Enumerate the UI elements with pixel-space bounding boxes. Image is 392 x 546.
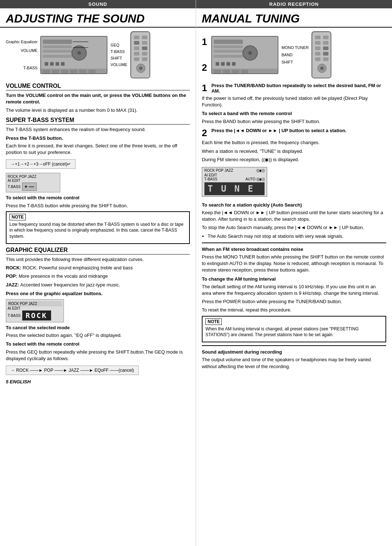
stereo-unit-svg <box>40 36 107 74</box>
am-note-box: NOTE When the AM tuning interval is chan… <box>202 316 386 343</box>
step2-header: 2 Press the |◄◄ DOWN or ►► | UP button t… <box>202 128 386 138</box>
tbass-note-label: NOTE <box>9 214 26 220</box>
svg-rect-3 <box>43 50 72 53</box>
volume-label: VOLUME <box>6 48 37 53</box>
eq-pop: POP: More presence in the vocals and mid… <box>6 273 190 280</box>
band-label: BAND <box>281 53 309 57</box>
tuner-unit-svg <box>211 36 278 74</box>
left-title: ADJUSTING THE SOUND <box>0 8 196 28</box>
step2-body2: When a station is received, "TUNE" is di… <box>202 148 386 155</box>
svg-rect-34 <box>214 40 243 44</box>
svg-rect-52 <box>315 46 320 50</box>
eq-press-label: Press one of the graphic equalizer butto… <box>6 290 190 297</box>
volume-bold-text: Turn the VOLUME control on the main unit… <box>6 92 190 105</box>
svg-rect-41 <box>221 62 225 66</box>
fm-noise-body: Press the MONO TUNER button while pressi… <box>202 254 386 274</box>
svg-rect-24 <box>134 52 139 56</box>
am-body2: Press the POWER button while pressing th… <box>202 298 386 305</box>
eq-title: GRAPHIC EQUALIZER <box>6 247 190 254</box>
svg-rect-48 <box>241 70 248 74</box>
svg-rect-17 <box>88 70 95 74</box>
svg-rect-40 <box>216 62 219 66</box>
am-note-body: When the AM tuning interval is changed, … <box>205 326 383 338</box>
left-diagram-area: Graphic Equalizer VOLUME T-BASS <box>6 31 190 78</box>
svg-rect-50 <box>315 36 320 39</box>
svg-rect-27 <box>142 41 147 45</box>
volume-remote-label: VOLUME <box>110 62 127 67</box>
tbass-note-body: Low frequency sound may be distorted whe… <box>9 221 186 240</box>
mono-tuner-label: MONO TUNER <box>281 45 309 50</box>
svg-rect-26 <box>142 36 147 39</box>
step1-section: 1 Press the TUNER/BAND button repeatedly… <box>202 83 386 125</box>
remote-svg <box>130 31 150 78</box>
step1-body: If the power is turned off, the previous… <box>202 95 386 108</box>
step1-header: 1 Press the TUNER/BAND button repeatedly… <box>202 83 386 94</box>
stereo-indicator: ((◉)) <box>257 168 265 172</box>
right-header: RADIO RECEPTION <box>196 0 392 8</box>
svg-rect-42 <box>226 62 230 66</box>
svg-rect-56 <box>323 41 328 45</box>
svg-rect-30 <box>142 57 147 61</box>
shift2-label: SHIFT <box>281 60 309 64</box>
left-diagram-labels: Graphic Equalizer VOLUME T-BASS <box>6 40 37 70</box>
freq-display: T U N E <box>204 182 265 195</box>
eq-flow-diagram: → ROCK ——► POP ——► JAZZ ——► EQoFF ——(can… <box>6 366 139 375</box>
step2-bold: Press the |◄◄ DOWN or ►► | UP button to … <box>211 128 346 133</box>
svg-rect-21 <box>134 36 139 39</box>
svg-rect-51 <box>315 41 320 45</box>
eq-rock: ROCK: ROCK: Powerful sound emphasizing t… <box>6 265 190 271</box>
svg-rect-36 <box>214 50 243 53</box>
sound-recording-title: Sound adjustment during recording <box>202 349 386 355</box>
step-numbers-diagram: 1 2 <box>202 36 208 73</box>
tbass-label: T-BASS <box>6 66 37 70</box>
svg-point-32 <box>139 66 143 70</box>
svg-rect-45 <box>214 70 221 74</box>
divider2 <box>202 345 386 346</box>
tbass-press-body: Each time it is pressed, the level chang… <box>6 143 190 156</box>
volume-body: The volume level is displayed as a numbe… <box>6 107 190 114</box>
svg-rect-12 <box>43 70 50 74</box>
geq-label: GEQ <box>110 43 127 47</box>
svg-rect-47 <box>232 70 239 74</box>
fm-noise-title: When an FM stereo broadcast contains noi… <box>202 246 386 253</box>
eq-remote-body: Press the GEQ button repeatedly while pr… <box>6 349 190 362</box>
svg-rect-10 <box>61 62 65 66</box>
svg-rect-35 <box>214 45 243 48</box>
svg-rect-54 <box>315 57 320 61</box>
svg-rect-43 <box>232 62 236 66</box>
tune-display: ROCK POP JAZZ ((◉)) AI EDIT T-BASS AUTO … <box>202 167 267 197</box>
remote-right-svg <box>311 31 331 78</box>
page-number: 5 ENGLISH <box>0 377 196 387</box>
svg-rect-2 <box>43 45 72 48</box>
tbass-remote-label: T-BASS <box>110 49 127 54</box>
svg-rect-9 <box>56 62 59 66</box>
svg-rect-58 <box>323 52 328 56</box>
svg-rect-22 <box>134 41 139 45</box>
right-title: MANUAL TUNING <box>196 8 392 28</box>
tbass-flow-diagram: →+1→+2→+3→oFF (cancel)↵ <box>6 159 75 169</box>
eq-remote-label: To select with the remote control <box>6 341 190 347</box>
eq-jazz: JAZZ: Accented lower frequencies for jaz… <box>6 282 190 288</box>
svg-rect-16 <box>79 70 86 74</box>
tbass-display: ROCK POP JAZZ AI EDIT T-BASS + — <box>6 173 60 192</box>
volume-control-title: VOLUME CONTROL <box>6 83 190 90</box>
svg-rect-53 <box>315 52 320 56</box>
svg-rect-1 <box>43 40 72 44</box>
eq-cancel-body: Press the selected button again. "EQ oFF… <box>6 332 190 339</box>
auto-search-title: To search for a station quickly (Auto Se… <box>202 202 386 208</box>
step1-remote-label: To select a band with the remote control <box>202 110 386 117</box>
tbass-remote-body: Press the T-BASS button while pressing t… <box>6 203 190 209</box>
right-diagram-area: 1 2 <box>202 31 386 78</box>
svg-rect-59 <box>323 57 328 61</box>
svg-rect-37 <box>214 55 243 58</box>
tbass-title: SUPER T-BASS SYSTEM <box>6 117 190 125</box>
am-body3: To reset the interval, repeat this proce… <box>202 307 386 313</box>
step1-bold: Press the TUNER/BAND button repeatedly t… <box>211 83 386 94</box>
eq-body: This unit provides the following three d… <box>6 256 190 263</box>
right-remote-labels2: MONO TUNER BAND SHIFT <box>281 45 309 64</box>
step2-section: 2 Press the |◄◄ DOWN or ►► | UP button t… <box>202 128 386 199</box>
eq-cancel-label: To cancel the selected mode <box>6 325 190 331</box>
svg-point-39 <box>248 51 252 55</box>
tbass-level-display: + — <box>22 183 37 191</box>
svg-rect-8 <box>50 62 54 66</box>
